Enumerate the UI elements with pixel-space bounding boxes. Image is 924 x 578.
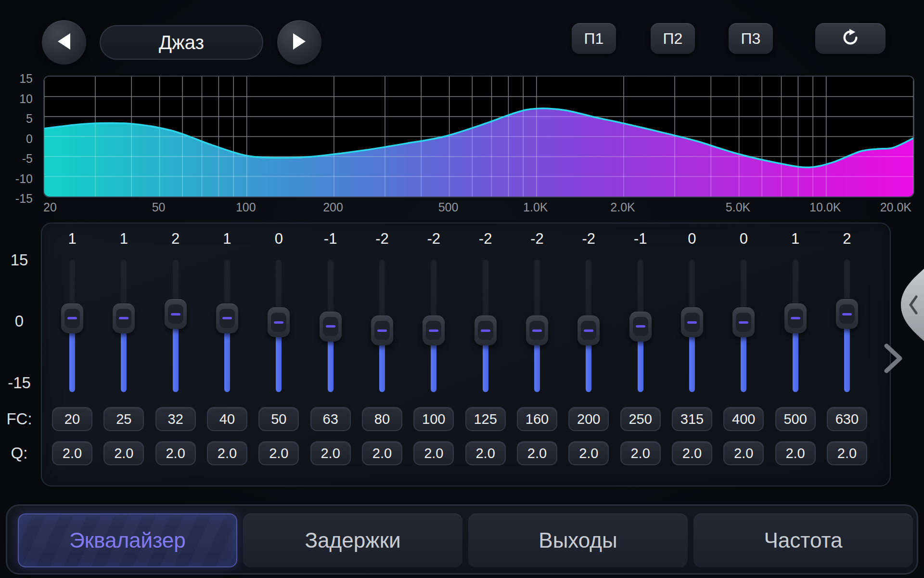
fc-button[interactable]: 100 (413, 407, 454, 431)
preset-name: Джаз (159, 32, 204, 53)
gain-slider-thumb[interactable] (268, 307, 290, 337)
fc-value: 63 (323, 411, 338, 427)
q-button[interactable]: 2.0 (517, 441, 557, 465)
eq-band-400: 0 400 2.0 (718, 223, 769, 487)
next-bands-button[interactable] (883, 343, 904, 374)
thumb-dash-icon (791, 317, 800, 319)
tab-1[interactable]: Эквалайзер (18, 513, 237, 567)
chart-x-axis: 20501002005001.0K2.0K5.0K10.0K20.0K (43, 200, 914, 216)
tab-label: Частота (764, 528, 842, 552)
fc-value: 50 (271, 411, 286, 427)
gain-slider-thumb[interactable] (681, 307, 703, 337)
preset-slot-3-button[interactable]: П3 (729, 23, 773, 54)
q-button[interactable]: 2.0 (310, 441, 351, 465)
eq-band-100: -2 100 2.0 (408, 223, 459, 487)
eq-band-630: 2 630 2.0 (821, 223, 873, 487)
prev-preset-button[interactable] (42, 20, 86, 65)
fc-value: 400 (732, 411, 755, 427)
thumb-dash-icon (481, 329, 490, 332)
thumb-inner (788, 309, 803, 328)
gain-slider-thumb[interactable] (629, 312, 652, 342)
q-button[interactable]: 2.0 (723, 441, 764, 465)
q-button[interactable]: 2.0 (620, 441, 661, 465)
scale-label-min: -15 (0, 374, 38, 392)
eq-response-chart (43, 76, 914, 197)
gain-slider-thumb[interactable] (475, 315, 497, 345)
q-button[interactable]: 2.0 (827, 441, 867, 465)
thumb-inner (116, 309, 131, 328)
fc-button[interactable]: 40 (207, 407, 247, 431)
fc-button[interactable]: 25 (103, 407, 144, 431)
preset-name-display[interactable]: Джаз (100, 25, 263, 60)
q-button[interactable]: 2.0 (258, 441, 299, 465)
q-value: 2.0 (837, 446, 857, 461)
tab-4[interactable]: Частота (693, 513, 913, 567)
q-button[interactable]: 2.0 (413, 441, 454, 465)
fc-button[interactable]: 630 (827, 407, 867, 431)
reset-button[interactable] (815, 23, 886, 54)
gain-slider-thumb[interactable] (732, 307, 755, 337)
fc-button[interactable]: 200 (568, 407, 609, 431)
gain-slider-thumb[interactable] (784, 303, 807, 333)
fc-value: 160 (526, 411, 549, 427)
gain-slider-thumb[interactable] (320, 312, 342, 342)
thumb-dash-icon (119, 317, 128, 319)
q-value: 2.0 (269, 446, 288, 461)
thumb-inner (323, 317, 338, 336)
fc-button[interactable]: 50 (258, 407, 299, 431)
fc-button[interactable]: 125 (465, 407, 506, 431)
thumb-inner (271, 313, 286, 332)
thumb-dash-icon (67, 317, 77, 319)
fc-button[interactable]: 20 (52, 407, 92, 431)
fc-row-label: FC: (0, 410, 38, 428)
q-value: 2.0 (63, 446, 82, 461)
side-drawer-handle[interactable] (897, 269, 924, 341)
q-button[interactable]: 2.0 (103, 441, 144, 465)
fc-button[interactable]: 250 (620, 407, 661, 431)
gain-slider-thumb[interactable] (526, 315, 548, 345)
fc-value: 100 (422, 411, 445, 427)
fc-button[interactable]: 315 (672, 407, 712, 431)
tab-3[interactable]: Выходы (468, 513, 688, 567)
q-button[interactable]: 2.0 (672, 441, 712, 465)
gain-slider-thumb[interactable] (216, 303, 238, 333)
thumb-dash-icon (584, 329, 593, 332)
fc-value: 125 (474, 411, 497, 427)
gain-slider-thumb[interactable] (423, 315, 445, 345)
preset-slot-1-button[interactable]: П1 (572, 23, 616, 54)
fc-button[interactable]: 63 (310, 407, 351, 431)
gain-value-label: 0 (667, 230, 718, 248)
fc-value: 20 (64, 411, 80, 427)
fc-button[interactable]: 80 (362, 407, 402, 431)
next-preset-button[interactable] (277, 20, 321, 65)
q-button[interactable]: 2.0 (775, 441, 816, 465)
fc-value: 32 (168, 411, 183, 427)
y-tick--15: -15 (15, 192, 33, 206)
scale-label-zero: 0 (0, 312, 38, 330)
preset-slot-1-label: П1 (584, 30, 604, 48)
fc-button[interactable]: 160 (517, 407, 557, 431)
q-button[interactable]: 2.0 (52, 441, 92, 465)
preset-slot-2-button[interactable]: П2 (651, 23, 695, 54)
tab-2[interactable]: Задержки (243, 513, 462, 567)
gain-slider-thumb[interactable] (113, 303, 135, 333)
fc-button[interactable]: 400 (723, 407, 764, 431)
left-triangle-icon (56, 32, 72, 53)
fc-button[interactable]: 32 (155, 407, 196, 431)
gain-slider-thumb[interactable] (836, 299, 858, 329)
gain-value-label: 0 (718, 230, 769, 248)
gain-slider-thumb[interactable] (61, 303, 83, 333)
fc-value: 40 (219, 411, 235, 427)
thumb-dash-icon (326, 325, 335, 328)
q-button[interactable]: 2.0 (362, 441, 402, 465)
q-button[interactable]: 2.0 (568, 441, 609, 465)
q-button[interactable]: 2.0 (465, 441, 506, 465)
q-button[interactable]: 2.0 (155, 441, 196, 465)
y-tick--5: -5 (22, 152, 33, 166)
gain-slider-thumb[interactable] (578, 315, 600, 345)
gain-slider-thumb[interactable] (165, 299, 187, 329)
thumb-inner (426, 321, 441, 340)
fc-button[interactable]: 500 (775, 407, 816, 431)
gain-slider-thumb[interactable] (371, 315, 393, 345)
q-button[interactable]: 2.0 (207, 441, 247, 465)
